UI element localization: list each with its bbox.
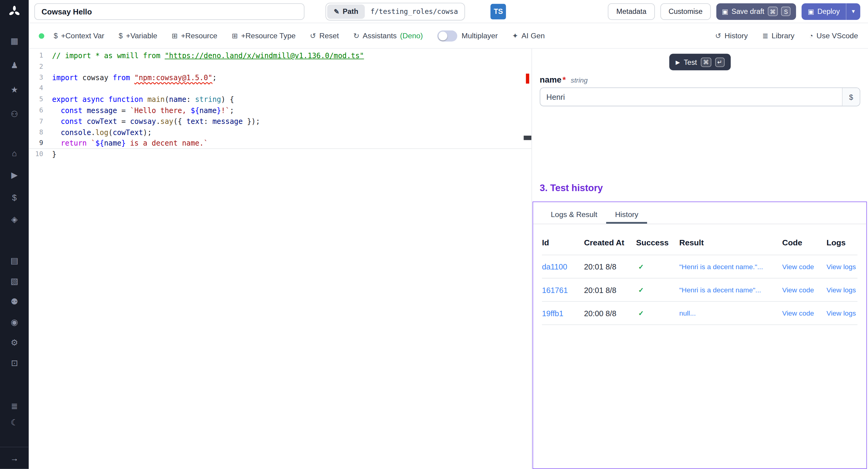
library-button[interactable]: ≣ Library — [762, 32, 795, 40]
result-link[interactable]: "Henri is a decent name."... — [679, 263, 782, 271]
users-icon[interactable]: ⚇ — [9, 108, 20, 120]
schedules-icon[interactable]: ▤ — [9, 255, 20, 267]
path-button[interactable]: ✎ Path — [327, 4, 365, 19]
id-link[interactable]: 19ffb1 — [542, 309, 584, 317]
insert-variable-button[interactable]: $ — [842, 88, 860, 106]
view-logs-link[interactable]: View logs — [827, 286, 858, 294]
metadata-button[interactable]: Metadata — [608, 3, 655, 20]
add-resource-button[interactable]: ⊞ +Resource — [172, 32, 218, 40]
variables-icon[interactable]: $ — [9, 192, 20, 203]
tab-logs-result[interactable]: Logs & Result — [542, 205, 606, 224]
arrow-right-icon: → — [10, 453, 19, 463]
topbar-actions: Metadata Customise ▣ Save draft ⌘ S ▣ De… — [608, 3, 861, 20]
vscode-icon: ◔ — [809, 32, 813, 40]
id-link[interactable]: da1100 — [542, 262, 584, 271]
windmill-script-editor: ▦♟★⚇⌂▶$◈▤▧⚉◉⚙⊡≣☾ → ✎ Path TS Metadata Cu… — [0, 0, 868, 469]
user-icon[interactable]: ♟ — [9, 60, 20, 71]
add-resource-type-button[interactable]: ⊞ +Resource Type — [232, 32, 296, 40]
home-icon[interactable]: ⌂ — [9, 147, 20, 159]
use-vscode-button[interactable]: ◔ Use VScode — [809, 32, 858, 40]
sidebar-group: ≣☾ — [9, 401, 20, 428]
status-dot — [39, 33, 44, 38]
id-link[interactable]: 161761 — [542, 285, 584, 294]
col-id: Id — [542, 238, 584, 247]
deploy-button[interactable]: ▣ Deploy — [802, 3, 846, 20]
code-text: // import * as wmill from "https://deno.… — [52, 50, 364, 61]
result-link[interactable]: null... — [679, 309, 782, 317]
library-label: Library — [772, 32, 795, 40]
code-editor[interactable]: 1// import * as wmill from "https://deno… — [29, 49, 532, 469]
code-line[interactable]: 8 console.log(cowText); — [29, 127, 532, 138]
history-table-row: da110020:01 8/8✓"Henri is a decent name.… — [542, 255, 858, 279]
script-name-input[interactable] — [34, 3, 304, 20]
typescript-badge-label: TS — [494, 7, 503, 16]
ai-gen-button[interactable]: ✦ AI Gen — [512, 32, 545, 40]
deploy-dropdown-button[interactable]: ▾ — [846, 3, 861, 20]
code-line[interactable]: 7 const cowText = cowsay.say({ text: mes… — [29, 116, 532, 127]
code-text: import cowsay from "npm:cowsay@1.5.0"; — [52, 72, 217, 83]
customise-button[interactable]: Customise — [660, 3, 711, 20]
argument-input[interactable] — [540, 87, 860, 106]
dark-mode-icon[interactable]: ☾ — [9, 417, 20, 428]
docs-icon[interactable]: ≣ — [9, 401, 20, 412]
code-line[interactable]: 10} — [29, 149, 532, 160]
test-history-panel: Logs & Result History Id Created At Succ… — [532, 201, 867, 469]
test-button[interactable]: ▶ Test ⌘ ↵ — [670, 54, 730, 70]
deploy-label: Deploy — [817, 7, 840, 16]
refresh-icon: ↻ — [353, 32, 359, 40]
package-icon: ⊞ — [172, 32, 178, 40]
add-variable-button[interactable]: $ +Variable — [119, 32, 157, 40]
path-input[interactable] — [365, 7, 464, 16]
folders-icon[interactable]: ▧ — [9, 276, 20, 287]
view-logs-link[interactable]: View logs — [827, 309, 858, 317]
reset-button[interactable]: ↺ Reset — [310, 32, 339, 40]
success-check-icon: ✓ — [636, 309, 679, 317]
history-table-row: 19ffb120:00 8/8✓null...View codeView log… — [542, 302, 858, 325]
code-line[interactable]: 3import cowsay from "npm:cowsay@1.5.0"; — [29, 72, 532, 83]
created-at-cell: 20:00 8/8 — [584, 309, 636, 317]
argument-type: string — [571, 76, 588, 84]
add-resource-type-label: +Resource Type — [241, 32, 296, 40]
multiplayer-toggle[interactable] — [437, 30, 457, 41]
windmill-logo-icon[interactable] — [8, 0, 21, 23]
runs-icon[interactable]: ▶ — [9, 169, 20, 181]
groups-icon[interactable]: ⚉ — [9, 296, 20, 307]
history-button[interactable]: ↺ History — [715, 32, 748, 40]
code-line[interactable]: 1// import * as wmill from "https://deno… — [29, 50, 532, 61]
favorites-icon[interactable]: ★ — [9, 84, 20, 95]
code-line[interactable]: 4 — [29, 83, 532, 94]
sparkle-icon: ✦ — [512, 32, 518, 40]
add-variable-label: +Variable — [126, 32, 157, 40]
expand-sidebar-button[interactable]: → — [0, 447, 29, 469]
view-code-link[interactable]: View code — [782, 286, 827, 294]
save-draft-button[interactable]: ▣ Save draft ⌘ S — [716, 3, 796, 20]
ai-gen-label: AI Gen — [521, 32, 545, 40]
tab-history[interactable]: History — [606, 205, 647, 224]
code-line[interactable]: 2 — [29, 61, 532, 72]
assistants-button[interactable]: ↻ Assistants (Deno) — [353, 32, 423, 40]
resources-icon[interactable]: ◈ — [9, 214, 20, 225]
history-table: Id Created At Success Result Code Logs d… — [533, 224, 867, 325]
workers-icon[interactable]: ⊡ — [9, 358, 20, 369]
sidebar-group: ▦♟★⚇ — [9, 36, 20, 120]
view-code-link[interactable]: View code — [782, 309, 827, 317]
col-code: Code — [782, 238, 827, 247]
apps-icon[interactable]: ▦ — [9, 36, 20, 47]
cmd-key-badge: ⌘ — [768, 7, 778, 16]
view-code-link[interactable]: View code — [782, 263, 827, 271]
toggle-knob — [438, 31, 447, 40]
dollar-icon: $ — [119, 32, 123, 40]
settings-icon[interactable]: ⚙ — [9, 337, 20, 348]
required-asterisk: * — [562, 75, 566, 84]
audit-logs-icon[interactable]: ◉ — [9, 317, 20, 328]
code-line[interactable]: 5export async function main(name: string… — [29, 94, 532, 105]
line-number: 8 — [29, 127, 52, 138]
result-link[interactable]: "Henri is a decent name"... — [679, 286, 782, 294]
sidebar-group: ⌂▶$◈ — [9, 147, 20, 225]
code-line[interactable]: 9 return `${name} is a decent name.` — [29, 138, 532, 149]
add-context-var-button[interactable]: $ +Context Var — [54, 32, 104, 40]
save-draft-label: Save draft — [732, 7, 764, 16]
code-line[interactable]: 6 const message = `Hello there, ${name}!… — [29, 105, 532, 116]
view-logs-link[interactable]: View logs — [827, 263, 858, 271]
overview-ruler[interactable] — [524, 49, 532, 469]
